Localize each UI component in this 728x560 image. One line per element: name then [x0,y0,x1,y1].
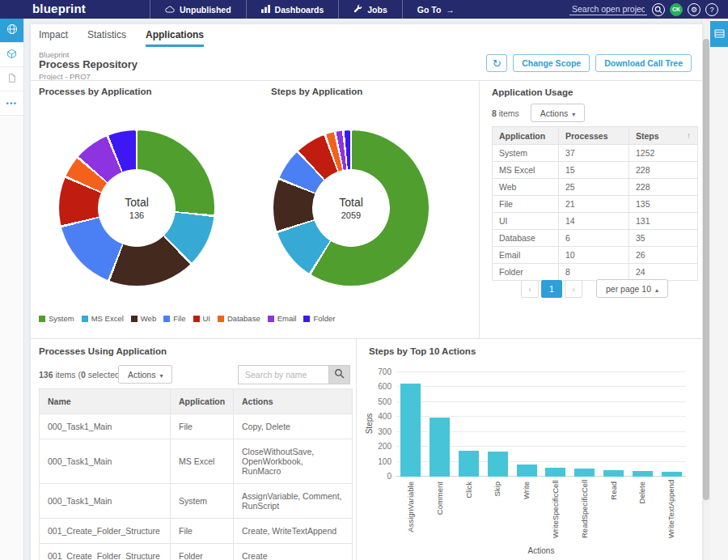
previous-page-button[interactable]: ‹ [521,280,539,298]
y-axis-tick: 100 [364,457,392,466]
vertical-scrollbar[interactable] [701,19,710,560]
processes-table-row[interactable]: 001_Create_Folder_StructureFolderCreate [40,544,353,560]
legend-label: File [173,314,185,323]
sidebar-item-globe[interactable] [0,19,23,43]
nav-item-unpublished[interactable]: Unpublished [150,0,246,19]
processes-donut-chart[interactable]: Total 136 [59,130,214,286]
sidebar-item-documents[interactable] [0,67,23,91]
refresh-button[interactable]: ↻ [486,54,507,72]
processes-table-body: 000_Task1_MainFileCopy, Delete000_Task1_… [40,414,353,560]
bar[interactable] [517,465,537,477]
legend-item: Email [268,314,297,323]
processes-table-row[interactable]: 000_Task1_MainSystemAssignVariable, Comm… [40,484,353,519]
usage-toolbar: 8 items Actions▾ [492,104,585,122]
current-page-button[interactable]: 1 [541,280,562,298]
tab-statistics[interactable]: Statistics [87,29,126,47]
next-page-button[interactable]: › [565,280,582,298]
legend-label: Web [141,314,156,323]
download-call-tree-button[interactable]: Download Call Tree [595,54,692,72]
usage-table-row[interactable]: Email1026 [493,247,698,264]
usage-table-row[interactable]: Folder824 [493,264,698,281]
nav-item-dashboards[interactable]: Dashboards [246,0,339,19]
column-header-actions[interactable]: Actions [234,389,353,414]
user-avatar[interactable]: CK [670,3,683,16]
table-cell: MS Excel [171,439,234,484]
bar[interactable] [574,469,595,477]
navbar-menu: Unpublished Dashboards Jobs Go To → [150,0,469,19]
processes-chart-title: Processes by Application [39,87,152,96]
processes-panel-title: Processes Using Application [39,346,167,356]
sidebar-item-artifacts[interactable] [0,43,23,67]
per-page-selector[interactable]: per page 10▴ [596,279,668,298]
steps-donut-chart[interactable]: Total 2059 [273,130,429,286]
bar[interactable] [662,472,682,477]
table-cell: File [171,414,234,439]
sort-ascending-icon[interactable]: ↑ [687,131,691,140]
usage-table-row[interactable]: File21135 [493,196,698,213]
processes-table-row[interactable]: 000_Task1_MainFileCopy, Delete [40,414,353,439]
cloud-icon [165,5,175,15]
donut-total-value: 136 [129,210,144,220]
bar[interactable] [488,452,508,477]
table-cell: Create [234,544,353,560]
tab-applications[interactable]: Applications [146,29,204,47]
panel-toggle-button[interactable] [710,21,728,47]
usage-table-row[interactable]: UI14131 [493,213,698,230]
table-cell: 8 [559,264,629,281]
table-cell: Folder [493,264,559,281]
table-cell: Database [493,230,559,247]
bar[interactable] [603,470,624,477]
table-panel-icon [714,27,725,41]
legend-item: System [39,314,74,323]
sidebar-item-more[interactable]: ••• [0,91,23,116]
table-cell: 000_Task1_Main [40,484,171,519]
chevron-up-icon: ▴ [655,286,658,294]
globe-icon [6,23,18,38]
legend-item: UI [193,314,211,323]
column-header-application[interactable]: Application [493,127,559,145]
table-cell: 131 [629,213,698,230]
settings-gear-icon[interactable]: ⚙ [688,3,700,16]
x-axis-label: Read [609,482,618,538]
column-header-application[interactable]: Application [171,389,234,414]
search-by-name-input[interactable] [238,365,328,384]
bar[interactable] [633,471,653,477]
bar[interactable] [400,384,421,477]
table-cell: Folder [171,544,234,560]
bars-container [396,372,686,477]
usage-table-row[interactable]: System371252 [493,145,698,162]
nav-item-goto[interactable]: Go To → [402,0,469,19]
table-cell: Copy, Delete [234,414,353,439]
legend-swatch [218,316,224,322]
bar[interactable] [545,468,565,477]
table-cell: 000_Task1_Main [40,439,171,484]
column-header-steps[interactable]: ↑Steps [629,127,698,145]
change-scope-button[interactable]: Change Scope [513,54,590,72]
nav-item-jobs[interactable]: Jobs [338,0,402,19]
scrollbar-thumb[interactable] [703,39,709,500]
usage-table-row[interactable]: MS Excel15228 [493,162,698,179]
column-header-processes[interactable]: Processes [559,127,629,145]
processes-table-row[interactable]: 000_Task1_MainMS ExcelCloseWithoutSave, … [40,439,353,484]
bar[interactable] [430,418,450,477]
processes-using-application-panel: Processes Using Application 136 items (0… [31,338,356,560]
y-axis-tick: 500 [364,397,392,406]
project-search-input[interactable] [569,3,647,15]
donut-total-label: Total [125,196,149,209]
table-cell: 228 [629,179,698,196]
bar[interactable] [459,451,479,477]
column-header-name[interactable]: Name [40,389,171,414]
processes-table-header: Name Application Actions [40,389,353,414]
tab-impact[interactable]: Impact [39,29,68,47]
help-icon[interactable]: ? [705,3,718,16]
usage-table-row[interactable]: Web25228 [493,179,698,196]
y-axis-tick: 600 [364,382,392,391]
processes-table-row[interactable]: 001_Create_Folder_StructureFileCreate, W… [40,519,353,544]
processes-actions-button[interactable]: Actions▾ [118,365,172,384]
navbar-right: CK ⚙ ? [569,0,718,19]
search-icon[interactable] [652,3,665,16]
usage-actions-button[interactable]: Actions▾ [531,104,585,122]
search-button[interactable] [328,365,350,384]
tab-bar: Impact Statistics Applications [39,29,204,47]
usage-table-row[interactable]: Database635 [493,230,698,247]
